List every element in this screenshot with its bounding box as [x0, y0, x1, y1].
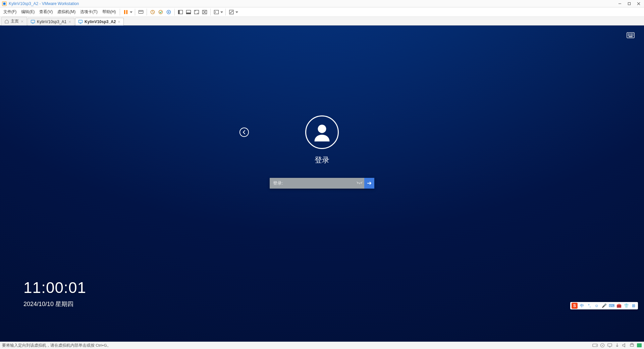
reveal-password-icon[interactable] — [355, 178, 364, 189]
tab-vm-a1-label: KylinV10sp3_A1 — [37, 19, 66, 24]
sound-icon[interactable] — [622, 343, 627, 348]
back-button[interactable] — [239, 128, 249, 137]
ime-grid-icon[interactable]: ⊞ — [631, 303, 637, 309]
separator — [147, 9, 147, 15]
svg-rect-48 — [629, 36, 633, 37]
svg-point-57 — [602, 345, 603, 346]
titlebar: KylinV10sp3_A2 - VMware Workstation — [0, 0, 644, 7]
ime-keyboard-icon[interactable]: ⌨ — [608, 303, 614, 309]
usb-status-icon[interactable] — [614, 343, 620, 348]
app-icon — [2, 1, 7, 6]
separator — [225, 9, 226, 15]
ime-mic-icon[interactable]: 🎤 — [601, 303, 607, 309]
send-cad-icon[interactable] — [137, 8, 145, 16]
power-dropdown[interactable] — [129, 8, 133, 16]
printer-icon[interactable] — [629, 343, 635, 348]
statusbar-hint: 要将输入定向到该虚拟机，请在虚拟机内部单击或按 Ctrl+G。 — [2, 343, 111, 348]
close-button[interactable] — [635, 1, 642, 6]
minimize-button[interactable] — [616, 1, 623, 6]
display-status-icon[interactable] — [637, 343, 642, 348]
menu-tabs[interactable]: 选项卡(T) — [78, 8, 99, 16]
stretch-icon[interactable] — [228, 8, 235, 16]
svg-point-16 — [168, 11, 169, 13]
password-placeholder: 登录: — [270, 180, 286, 186]
maximize-button[interactable] — [626, 1, 633, 6]
menu-view[interactable]: 查看(V) — [37, 8, 55, 16]
svg-rect-42 — [631, 34, 632, 35]
svg-marker-28 — [235, 11, 238, 13]
password-field-wrap: 登录: — [270, 178, 374, 189]
password-input[interactable] — [286, 178, 355, 189]
guest-display[interactable]: 登录 登录: 11:00:01 2024/10/10 星期四 S 中 °, ☺ … — [0, 26, 644, 342]
snapshot-revert-icon[interactable] — [157, 8, 164, 16]
separator — [120, 9, 120, 15]
menu-edit[interactable]: 编辑(E) — [19, 8, 37, 16]
svg-rect-25 — [214, 10, 219, 14]
snapshot-take-icon[interactable] — [149, 8, 156, 16]
svg-rect-43 — [633, 34, 634, 35]
ime-emoji-icon[interactable]: ☺ — [594, 303, 600, 309]
svg-line-52 — [361, 183, 362, 184]
user-avatar-icon — [305, 115, 339, 149]
home-icon — [4, 19, 9, 24]
close-icon[interactable] — [20, 20, 24, 23]
console-icon[interactable] — [213, 8, 220, 16]
lockscreen-clock: 11:00:01 2024/10/10 星期四 — [23, 279, 86, 308]
snapshot-manage-icon[interactable] — [165, 8, 172, 16]
menubar: 文件(F) 编辑(E) 查看(V) 虚拟机(M) 选项卡(T) 帮助(H) — [0, 7, 644, 17]
fullscreen-icon[interactable] — [193, 8, 200, 16]
svg-rect-45 — [630, 35, 631, 36]
login-panel: 登录 登录: — [270, 115, 374, 189]
stretch-dropdown[interactable] — [235, 8, 238, 16]
menu-help[interactable]: 帮助(H) — [100, 8, 118, 16]
ime-punc-icon[interactable]: °, — [586, 303, 592, 309]
ime-logo-icon[interactable]: S — [572, 303, 578, 309]
device-icons — [592, 343, 642, 348]
onscreen-keyboard-icon[interactable] — [627, 32, 635, 39]
pause-icon[interactable] — [122, 8, 129, 16]
net-icon[interactable] — [607, 343, 612, 348]
separator — [135, 9, 135, 15]
svg-marker-26 — [220, 11, 223, 13]
menu-vm[interactable]: 虚拟机(M) — [55, 8, 77, 16]
login-label: 登录 — [315, 155, 329, 165]
svg-point-49 — [318, 124, 326, 133]
svg-rect-3 — [628, 2, 631, 5]
clock-date: 2024/10/10 星期四 — [23, 300, 86, 308]
hdd-icon[interactable] — [592, 343, 598, 348]
tab-home[interactable]: 主页 — [1, 17, 27, 26]
svg-line-50 — [358, 183, 358, 184]
tab-vm-a2[interactable]: KylinV10sp3_A2 — [75, 18, 124, 26]
panel-left-icon[interactable] — [177, 8, 184, 16]
svg-rect-60 — [630, 344, 634, 346]
svg-rect-7 — [126, 10, 128, 14]
svg-point-55 — [596, 345, 597, 346]
close-icon[interactable] — [117, 20, 121, 23]
close-icon[interactable] — [68, 20, 71, 23]
svg-rect-46 — [631, 35, 632, 36]
separator — [174, 9, 175, 15]
svg-rect-44 — [628, 35, 629, 36]
ime-tool-icon[interactable]: 🧰 — [616, 303, 622, 309]
svg-rect-61 — [631, 343, 633, 344]
ime-toolbar[interactable]: S 中 °, ☺ 🎤 ⌨ 🧰 👕 ⊞ — [570, 302, 638, 309]
panel-float-icon[interactable] — [185, 8, 192, 16]
tab-home-label: 主页 — [11, 18, 19, 24]
tab-vm-a2-label: KylinV10sp3_A2 — [85, 19, 116, 24]
menu-file[interactable]: 文件(F) — [1, 8, 18, 16]
svg-rect-62 — [637, 343, 642, 347]
ime-skin-icon[interactable]: 👕 — [623, 303, 629, 309]
clock-time: 11:00:01 — [23, 279, 86, 297]
unity-icon[interactable] — [201, 8, 208, 16]
tab-vm-a1[interactable]: KylinV10sp3_A1 — [28, 18, 74, 26]
console-dropdown[interactable] — [220, 8, 223, 16]
ime-lang-icon[interactable]: 中 — [579, 303, 585, 309]
svg-point-14 — [159, 10, 163, 14]
separator — [210, 9, 211, 15]
svg-rect-31 — [31, 20, 35, 23]
cd-icon[interactable] — [600, 343, 605, 348]
svg-rect-9 — [139, 10, 143, 13]
login-submit-button[interactable] — [364, 178, 374, 189]
svg-rect-35 — [79, 20, 83, 23]
svg-rect-47 — [633, 35, 634, 36]
